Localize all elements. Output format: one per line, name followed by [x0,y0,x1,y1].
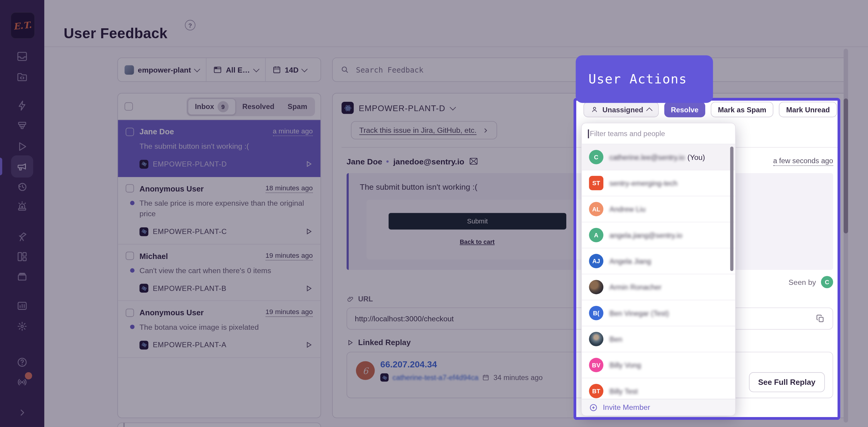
replay-play-icon[interactable] [304,341,313,349]
mail-icon[interactable] [469,157,478,166]
project-icon [140,227,148,236]
item-checkbox[interactable] [124,423,125,427]
resolve-button[interactable]: Resolve [664,102,705,117]
help-tooltip-icon[interactable]: ? [185,20,195,30]
page-title: User Feedback [64,25,167,42]
replay-play-icon[interactable] [304,227,313,236]
paperclip-icon [347,295,354,303]
item-timestamp[interactable]: 18 minutes ago [266,184,313,193]
mark-unread-button[interactable]: Mark Unread [779,102,837,117]
tab-inbox[interactable]: Inbox 9 [188,98,236,115]
item-timestamp[interactable]: a minute ago [273,127,313,136]
environment-filter[interactable]: All E… [206,58,265,81]
feedback-list-item[interactable]: Anonymous User 19 minutes ago The botana… [118,301,320,358]
next-feedback-item-partial[interactable] [117,423,321,427]
performance-icon[interactable] [16,100,28,112]
sender-name: Jane Doe [347,157,382,166]
active-nav-indicator [0,158,2,175]
project-icon [140,340,148,349]
tab-spam[interactable]: Spam [281,100,314,112]
page-scrollbar-thumb[interactable] [844,98,848,233]
replay-time: 34 minutes ago [493,373,542,382]
item-timestamp[interactable]: 19 minutes ago [266,252,313,260]
linked-replay-label: Linked Replay [358,338,410,347]
replay-play-icon[interactable] [304,160,313,168]
crons-icon[interactable] [16,181,28,193]
feedback-list-item[interactable]: Jane Doe a minute ago The submit button … [118,120,320,177]
invite-member-button[interactable]: Invite Member [582,399,735,415]
dropdown-scrollbar-thumb[interactable] [730,146,734,271]
separator-dot [387,160,389,162]
tour-step-label: User Actions [576,56,713,103]
seen-by-avatar[interactable]: C [821,276,833,288]
collapse-icon[interactable] [16,406,28,419]
assignee-option[interactable]: AJ Angela Jiang [582,249,735,274]
item-message: The botana voice image is pixelated [140,323,259,332]
assignee-option[interactable]: AL Andrew Liu [582,196,735,222]
help-icon[interactable] [16,356,28,368]
item-checkbox[interactable] [126,308,134,317]
see-full-replay-button[interactable]: See Full Replay [749,372,825,392]
member-name: Billy Vong [610,361,644,369]
date-range-filter[interactable]: 14D [265,58,313,81]
item-sender-name: Anonymous User [140,184,204,193]
assignee-option[interactable]: B( Ben Vinegar (Test) [582,300,735,326]
project-icon [140,284,148,293]
assignee-option[interactable]: ST sentry-emerging-tech [582,170,735,196]
assignee-option[interactable]: Ben [582,326,735,352]
mailbox-tabs: Inbox 9 Resolved Spam [187,97,315,116]
settings-icon[interactable] [16,320,28,332]
dashboards-icon[interactable] [16,251,28,263]
alerts-icon[interactable] [16,200,28,212]
assignee-option[interactable]: C catherine.lee@sentry.io(You) [582,144,735,170]
member-name: Billy Test [610,387,641,395]
item-timestamp[interactable]: 19 minutes ago [266,308,313,317]
sender-email: janedoe@sentry.io [393,157,464,166]
feedback-list-item[interactable]: Anonymous User 18 minutes ago The sale p… [118,177,320,244]
member-avatar: C [589,150,603,164]
org-logo[interactable]: E.T. [10,12,35,38]
member-name: Ben Vinegar (Test) [610,309,672,318]
whats-new-icon[interactable] [16,376,28,388]
unread-dot [130,325,135,329]
project-platform-icon [341,102,353,114]
member-avatar: ST [589,176,603,190]
feedback-icon[interactable] [16,161,28,172]
issues-icon[interactable] [16,50,28,62]
item-checkbox[interactable] [126,252,134,260]
feedback-timestamp[interactable]: a few seconds ago [773,157,833,166]
assignee-dropdown-button[interactable]: Unassigned [584,102,658,117]
play-outline-icon [347,339,354,346]
projects-icon[interactable] [16,71,28,83]
assignee-option[interactable]: BV Billy Vong [582,352,735,378]
chevron-down-icon [194,66,200,72]
releases-icon[interactable] [16,270,28,283]
project-filter[interactable]: empower-plant [118,58,206,81]
mark-spam-button[interactable]: Mark as Spam [711,102,773,117]
assignee-option[interactable]: Armin Ronacher [582,274,735,300]
explore-icon[interactable] [16,231,28,243]
track-issue-button[interactable]: Track this issue in Jira, GitHub, etc. [351,121,497,139]
replay-id[interactable]: catherine-test-a7-ef4d94ca [393,373,478,382]
member-name: Armin Ronacher [610,283,664,291]
item-checkbox[interactable] [126,184,134,193]
member-name: catherine.lee@sentry.io(You) [610,153,705,161]
assignee-option[interactable]: A angela.jiang@sentry.io [582,222,735,248]
replay-play-icon[interactable] [304,284,313,293]
calendar-icon [272,65,281,74]
item-sender-name: Anonymous User [140,308,204,317]
item-checkbox[interactable] [126,127,134,136]
select-all-checkbox[interactable] [124,102,133,111]
assignee-filter-input[interactable]: Filter teams and people [582,124,735,144]
stats-icon[interactable] [16,300,28,312]
replays-icon[interactable] [16,141,28,153]
url-value: http://localhost:3000/checkout [355,315,454,323]
copy-icon[interactable] [816,314,825,323]
item-message: Can't view the cart when there's 0 items [140,266,271,275]
profiling-icon[interactable] [16,120,28,132]
screenshot-submit-button: Submit [389,213,566,229]
detail-project-selector[interactable]: EMPOWER-PLANT-D [359,103,445,112]
feedback-list-item[interactable]: Michael 19 minutes ago Can't view the ca… [118,244,320,301]
replay-user-avatar: 6 [356,361,375,380]
tab-resolved[interactable]: Resolved [236,100,281,112]
